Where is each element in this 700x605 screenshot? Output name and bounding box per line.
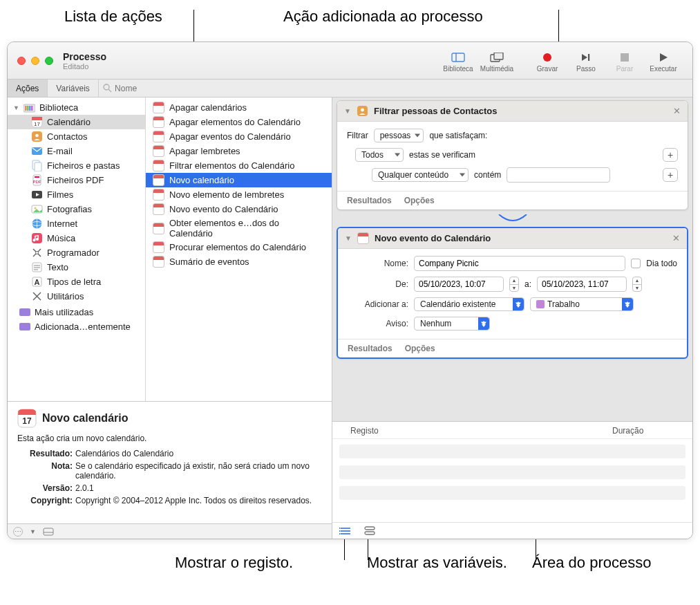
from-stepper[interactable]: ▲▼ xyxy=(509,277,519,292)
sidebar-item[interactable]: PDFFicheiros PDF xyxy=(8,173,145,187)
log-row xyxy=(339,465,685,479)
show-variables-button[interactable] xyxy=(364,526,375,536)
sidebar-item[interactable]: Internet xyxy=(8,216,145,231)
filter-scope-popup[interactable]: Todos xyxy=(355,148,404,162)
filter-field-popup[interactable]: Qualquer conteúdo xyxy=(372,168,469,182)
action-results-tab[interactable]: Resultados xyxy=(347,196,392,205)
smart-folder-icon xyxy=(19,321,30,333)
disclosure-icon[interactable]: ▼ xyxy=(345,234,352,242)
sidebar-item[interactable]: Utilitários xyxy=(8,289,145,304)
calendar-icon xyxy=(153,223,164,234)
category-icon xyxy=(31,145,43,157)
tab-actions[interactable]: Ações xyxy=(8,80,48,97)
detail-disclosure-icon[interactable]: ▼ xyxy=(30,528,36,535)
action-list-item[interactable]: Apagar eventos do Calendário xyxy=(146,129,332,144)
action-options-tab[interactable]: Opções xyxy=(405,344,435,353)
svg-point-4 xyxy=(543,53,551,62)
svg-marker-5 xyxy=(582,54,587,61)
remove-action-button[interactable]: ✕ xyxy=(673,106,681,116)
action-results-tab[interactable]: Resultados xyxy=(348,344,392,353)
alert-popup[interactable]: Nenhum xyxy=(414,317,490,331)
workflow-area[interactable]: ▼ Filtrar pessoas de Contactos ✕ Filtrar… xyxy=(332,97,692,421)
action-list-item[interactable]: Novo evento do Calendário xyxy=(146,202,332,216)
action-list-item[interactable]: Filtrar elementos do Calendário xyxy=(146,158,332,173)
sidebar-item[interactable]: Música xyxy=(8,231,145,245)
sidebar-library-root[interactable]: ▼ Biblioteca xyxy=(8,100,145,115)
sidebar-item[interactable]: Fotografias xyxy=(8,202,145,216)
workflow-action-new-event[interactable]: ▼ Novo evento do Calendário ✕ Nome: Dia … xyxy=(337,227,688,359)
action-list-item[interactable]: Sumário de eventos xyxy=(146,254,332,269)
sidebar-item[interactable]: Filmes xyxy=(8,187,145,202)
detail-result: Calendários do Calendário xyxy=(75,449,322,458)
action-list-item[interactable]: Apagar elementos do Calendário xyxy=(146,115,332,129)
sidebar-item[interactable]: 17Calendário xyxy=(8,115,145,129)
toolbar-record-button[interactable]: Gravar xyxy=(528,49,567,73)
library-sidebar[interactable]: ▼ Biblioteca 17CalendárioContactosE-mail… xyxy=(8,97,146,401)
log-col-duration: Duração xyxy=(612,426,681,436)
sidebar-item[interactable]: Ficheiros e pastas xyxy=(8,158,145,173)
titlebar: Processo Editado Biblioteca Multimédia xyxy=(8,42,692,80)
close-window-button[interactable] xyxy=(17,57,26,65)
all-day-checkbox[interactable] xyxy=(631,259,641,268)
zoom-window-button[interactable] xyxy=(45,57,53,65)
event-from-input[interactable] xyxy=(414,277,504,292)
svg-rect-63 xyxy=(365,527,375,530)
svg-point-60 xyxy=(339,528,341,529)
app-window: Processo Editado Biblioteca Multimédia xyxy=(7,41,693,539)
sidebar-recently-added[interactable]: Adicionada…entemente xyxy=(8,319,145,334)
filter-target-popup[interactable]: pessoas xyxy=(374,129,424,142)
filter-value-input[interactable] xyxy=(507,167,610,183)
sidebar-item[interactable]: Texto xyxy=(8,260,145,274)
show-log-button[interactable] xyxy=(339,526,352,536)
remove-action-button[interactable]: ✕ xyxy=(672,233,680,243)
disclosure-icon: ▼ xyxy=(13,104,19,111)
action-list-item[interactable]: Novo calendário xyxy=(146,173,332,187)
event-name-input[interactable] xyxy=(414,256,625,271)
tab-variables[interactable]: Variáveis xyxy=(48,80,98,97)
category-icon xyxy=(31,232,43,244)
callout-show-log: Mostrar o registo. xyxy=(175,553,293,573)
sidebar-item[interactable]: E-mail xyxy=(8,144,145,158)
toolbar-media-button[interactable]: Multimédia xyxy=(477,49,516,73)
action-title: Novo evento do Calendário xyxy=(375,233,667,243)
action-list-item[interactable]: Procurar elementos do Calendário xyxy=(146,240,332,254)
workflow-action-filter-contacts[interactable]: ▼ Filtrar pessoas de Contactos ✕ Filtrar… xyxy=(337,100,688,210)
library-tabbar: Ações Variáveis xyxy=(8,80,692,97)
sidebar-most-used[interactable]: Mais utilizadas xyxy=(8,305,145,319)
event-to-input[interactable] xyxy=(537,277,627,292)
action-list-item[interactable]: Obter elementos e…dos do Calendário xyxy=(146,216,332,240)
sidebar-item[interactable]: Contactos xyxy=(8,129,145,144)
svg-rect-17 xyxy=(32,117,42,120)
toolbar-run-button[interactable]: Executar xyxy=(644,49,683,73)
svg-point-61 xyxy=(339,530,341,532)
toolbar-step-button[interactable]: Passo xyxy=(567,49,605,73)
toolbar-library-button[interactable]: Biblioteca xyxy=(439,49,477,73)
action-options-tab[interactable]: Opções xyxy=(404,196,435,205)
disclosure-icon[interactable]: ▼ xyxy=(344,107,351,115)
svg-rect-48 xyxy=(19,323,30,331)
detail-toggle-button[interactable] xyxy=(43,528,54,536)
calendar-icon xyxy=(357,232,369,244)
add-rule-group-button[interactable]: + xyxy=(663,148,678,162)
callout-workflow-area: Área do processo xyxy=(532,553,651,573)
action-list-item[interactable]: Apagar lembretes xyxy=(146,144,332,158)
to-stepper[interactable]: ▲▼ xyxy=(632,277,642,292)
search-icon xyxy=(103,84,112,93)
sidebar-item[interactable]: Programador xyxy=(8,245,145,260)
window-title: Processo xyxy=(63,51,106,62)
category-icon xyxy=(31,247,43,259)
svg-point-20 xyxy=(35,134,39,138)
action-list-item[interactable]: Novo elemento de lembretes xyxy=(146,187,332,202)
action-list-item[interactable]: Apagar calendários xyxy=(146,100,332,115)
add-rule-button[interactable]: + xyxy=(663,168,678,182)
add-to-popup[interactable]: Calendário existente xyxy=(414,297,524,311)
category-icon xyxy=(31,160,43,171)
minimize-window-button[interactable] xyxy=(31,57,39,65)
category-icon xyxy=(31,261,43,273)
hide-detail-button[interactable]: ⋯ xyxy=(13,527,23,537)
actions-list[interactable]: Apagar calendáriosApagar elementos do Ca… xyxy=(146,97,332,401)
sidebar-item[interactable]: ATipos de letra xyxy=(8,274,145,289)
calendar-popup[interactable]: Trabalho xyxy=(530,297,634,311)
search-input[interactable] xyxy=(115,84,323,93)
detail-copyright: Copyright © 2004–2012 Apple Inc. Todos o… xyxy=(75,496,322,505)
